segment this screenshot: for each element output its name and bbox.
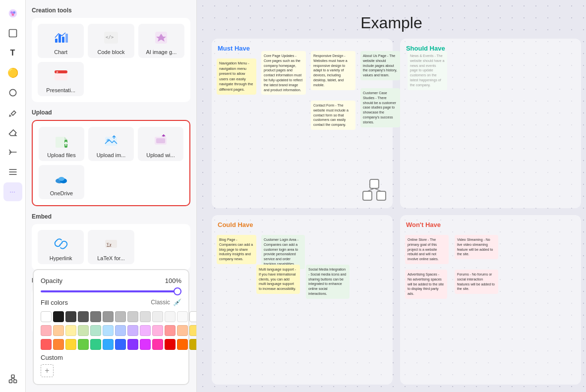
color-gray8[interactable] xyxy=(152,311,163,322)
color-crimson[interactable] xyxy=(165,339,176,350)
note-multilanguage: Multi language support - If you have int… xyxy=(256,265,300,294)
chart-icon xyxy=(52,29,70,47)
panel: Creation tools Chart </> Code block xyxy=(26,0,197,392)
toolbar-lines[interactable] xyxy=(3,143,22,162)
color-lorchid[interactable] xyxy=(140,325,151,336)
color-lmint[interactable] xyxy=(90,325,101,336)
color-lred2[interactable] xyxy=(165,325,176,336)
tool-latex[interactable]: ∑χ LaTeX for... xyxy=(88,230,134,264)
color-lpeach[interactable] xyxy=(53,325,64,336)
color-orange[interactable] xyxy=(53,339,64,350)
color-white2[interactable] xyxy=(189,311,197,322)
svg-text:</>: </> xyxy=(106,35,114,40)
onedrive-label: OneDrive xyxy=(50,190,73,196)
ppt-icon: P xyxy=(52,67,70,85)
note-online-store: Online Store - The primary goal of this … xyxy=(405,235,449,264)
toolbar-shapes[interactable] xyxy=(3,83,22,102)
svg-rect-11 xyxy=(11,375,14,378)
toolbar-frame[interactable] xyxy=(3,24,22,43)
fill-label: Fill colors xyxy=(41,299,68,306)
upload-wi-icon xyxy=(152,132,170,150)
tool-code-block[interactable]: </> Code block xyxy=(88,24,134,58)
color-lindigo[interactable] xyxy=(115,325,126,336)
wont-have-title: Won't Have xyxy=(406,221,575,228)
svg-point-36 xyxy=(59,177,64,181)
color-magenta[interactable] xyxy=(140,339,151,350)
toolbar-text[interactable]: T xyxy=(3,44,22,62)
svg-rect-17 xyxy=(65,34,68,43)
upload-section: Upload Upload files Upload im... xyxy=(32,109,190,206)
toolbar-pen[interactable] xyxy=(3,103,22,122)
color-gray7[interactable] xyxy=(140,311,151,322)
color-lrose[interactable] xyxy=(152,325,163,336)
embed-tools-grid: Hyperlink ∑χ LaTeX for... xyxy=(38,230,184,264)
ppt-label: Presentati... xyxy=(46,87,75,93)
note-blog: Blog Page - Companies can add a blog pag… xyxy=(217,235,256,264)
quadrant-wont-have: Won't Have Online Store - The primary go… xyxy=(400,215,581,385)
svg-rect-9 xyxy=(9,380,12,383)
note-nav-menu: Navigation Menu - navigation menu presen… xyxy=(217,58,256,95)
eyedropper-icon[interactable]: 💉 xyxy=(173,298,181,306)
toolbar-integration[interactable] xyxy=(3,369,22,388)
latex-icon: ∑χ xyxy=(102,235,120,253)
color-gray5[interactable] xyxy=(115,311,126,322)
color-lviolet[interactable] xyxy=(127,325,138,336)
opacity-value: 100% xyxy=(165,277,181,284)
hyperlink-label: Hyperlink xyxy=(50,255,72,261)
tool-upload-wi[interactable]: Upload wi... xyxy=(138,127,183,161)
tool-hyperlink[interactable]: Hyperlink xyxy=(38,230,84,264)
toolbar-apps[interactable]: ··· xyxy=(3,182,22,201)
color-lblue[interactable] xyxy=(103,325,114,336)
tool-upload-files[interactable]: Upload files xyxy=(39,127,84,161)
upload-img-icon xyxy=(102,132,120,150)
color-deep-orange[interactable] xyxy=(177,339,188,350)
color-lgold[interactable] xyxy=(189,325,197,336)
creation-tools-box: Chart </> Code block AI image g... xyxy=(32,18,190,102)
upload-box: Upload files Upload im... Upload wi... xyxy=(32,120,190,206)
svg-rect-32 xyxy=(156,138,165,143)
color-lpink[interactable] xyxy=(41,325,52,336)
color-sky[interactable] xyxy=(103,339,114,350)
color-gray9[interactable] xyxy=(165,311,176,322)
color-row-1 xyxy=(41,311,181,322)
tool-chart[interactable]: Chart xyxy=(38,24,84,58)
ai-label: AI image g... xyxy=(146,49,176,55)
color-black[interactable] xyxy=(53,311,64,322)
tool-ai-image[interactable]: AI image g... xyxy=(138,24,184,58)
fill-mode: Classic xyxy=(151,299,170,306)
add-custom-color-button[interactable]: + xyxy=(41,364,54,377)
color-purple[interactable] xyxy=(127,339,138,350)
toolbar-eraser[interactable] xyxy=(3,123,22,142)
toolbar-logo[interactable] xyxy=(3,4,22,23)
color-gray10[interactable] xyxy=(177,311,188,322)
color-lyellow[interactable] xyxy=(65,325,76,336)
color-yellow[interactable] xyxy=(65,339,76,350)
tool-presentation[interactable]: P Presentati... xyxy=(38,62,84,96)
color-blue[interactable] xyxy=(115,339,126,350)
chart-label: Chart xyxy=(54,49,67,55)
opacity-row: Opacity 100% xyxy=(41,277,181,284)
tool-onedrive[interactable]: OneDrive xyxy=(39,165,84,199)
color-gray6[interactable] xyxy=(127,311,138,322)
color-hot-pink[interactable] xyxy=(152,339,163,350)
color-green[interactable] xyxy=(78,339,89,350)
color-gray4[interactable] xyxy=(103,311,114,322)
canvas-area[interactable]: Example Must Have Navigation Menu - navi… xyxy=(197,0,586,392)
note-about-us: About Us Page - The website should inclu… xyxy=(360,51,400,80)
note-responsive: Responsive Design - Websites must have a… xyxy=(311,51,355,90)
color-teal[interactable] xyxy=(90,339,101,350)
color-gray1[interactable] xyxy=(65,311,76,322)
color-lorange2[interactable] xyxy=(177,325,188,336)
tool-upload-im[interactable]: Upload im... xyxy=(88,127,134,161)
color-white[interactable] xyxy=(41,311,52,322)
color-gray2[interactable] xyxy=(78,311,89,322)
quadrant-could-have: Could Have Blog Page - Companies can add… xyxy=(212,215,393,385)
embed-box: Hyperlink ∑χ LaTeX for... xyxy=(32,224,190,270)
toolbar-sticky[interactable]: 🟡 xyxy=(3,63,22,82)
toolbar-list[interactable] xyxy=(3,163,22,181)
color-lgreen[interactable] xyxy=(78,325,89,336)
color-gray3[interactable] xyxy=(90,311,101,322)
color-red[interactable] xyxy=(41,339,52,350)
opacity-slider[interactable] xyxy=(41,290,181,292)
color-gold[interactable] xyxy=(189,339,197,350)
